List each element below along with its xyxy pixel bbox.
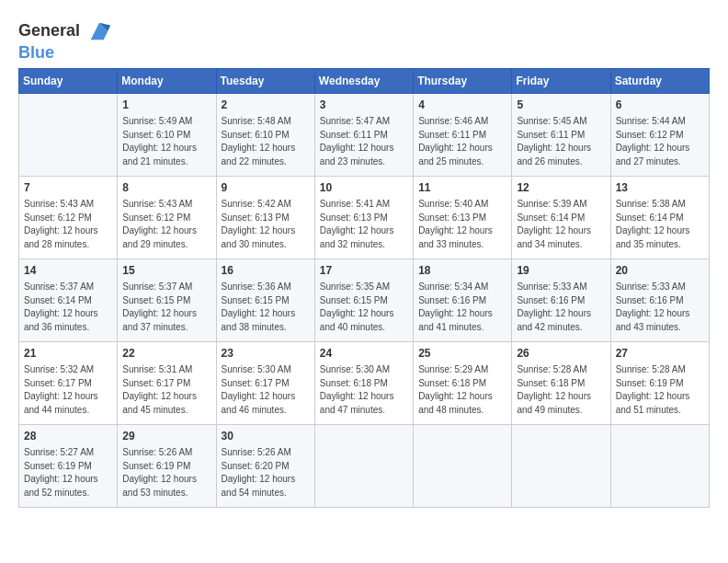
page-header: General Blue <box>18 18 710 63</box>
day-number: 6 <box>616 98 704 113</box>
calendar-cell: 20Sunrise: 5:33 AM Sunset: 6:16 PM Dayli… <box>610 259 709 341</box>
day-info: Sunrise: 5:28 AM Sunset: 6:19 PM Dayligh… <box>616 363 704 417</box>
calendar-cell: 26Sunrise: 5:28 AM Sunset: 6:18 PM Dayli… <box>512 341 610 424</box>
calendar-week-row: 1Sunrise: 5:49 AM Sunset: 6:10 PM Daylig… <box>19 93 710 176</box>
calendar-week-row: 21Sunrise: 5:32 AM Sunset: 6:17 PM Dayli… <box>19 341 710 424</box>
calendar-cell: 6Sunrise: 5:44 AM Sunset: 6:12 PM Daylig… <box>610 93 709 176</box>
day-info: Sunrise: 5:37 AM Sunset: 6:15 PM Dayligh… <box>122 281 210 334</box>
calendar-cell: 4Sunrise: 5:46 AM Sunset: 6:11 PM Daylig… <box>414 93 512 176</box>
day-number: 4 <box>418 98 506 113</box>
calendar-cell: 14Sunrise: 5:37 AM Sunset: 6:14 PM Dayli… <box>19 259 118 341</box>
day-info: Sunrise: 5:36 AM Sunset: 6:15 PM Dayligh… <box>222 281 310 334</box>
day-info: Sunrise: 5:38 AM Sunset: 6:14 PM Dayligh… <box>616 198 704 251</box>
day-number: 1 <box>122 98 210 113</box>
day-info: Sunrise: 5:48 AM Sunset: 6:10 PM Dayligh… <box>222 115 310 168</box>
day-number: 18 <box>418 263 506 279</box>
day-info: Sunrise: 5:28 AM Sunset: 6:18 PM Dayligh… <box>517 363 605 417</box>
calendar-cell: 23Sunrise: 5:30 AM Sunset: 6:17 PM Dayli… <box>216 341 314 424</box>
day-number: 5 <box>517 98 605 113</box>
day-number: 29 <box>122 429 210 444</box>
weekday-header-thursday: Thursday <box>414 68 512 93</box>
day-number: 3 <box>320 98 408 113</box>
day-number: 26 <box>517 346 605 362</box>
day-number: 13 <box>616 180 704 196</box>
day-info: Sunrise: 5:45 AM Sunset: 6:11 PM Dayligh… <box>517 115 605 168</box>
logo-line1: General <box>18 21 80 40</box>
day-info: Sunrise: 5:39 AM Sunset: 6:14 PM Dayligh… <box>517 198 605 251</box>
calendar-cell <box>512 424 610 507</box>
day-number: 28 <box>24 429 112 444</box>
day-info: Sunrise: 5:32 AM Sunset: 6:17 PM Dayligh… <box>24 363 112 417</box>
calendar-cell: 29Sunrise: 5:26 AM Sunset: 6:19 PM Dayli… <box>118 424 216 507</box>
weekday-header-monday: Monday <box>118 68 216 93</box>
calendar-cell: 1Sunrise: 5:49 AM Sunset: 6:10 PM Daylig… <box>118 93 216 176</box>
day-number: 23 <box>222 346 310 362</box>
day-info: Sunrise: 5:30 AM Sunset: 6:17 PM Dayligh… <box>222 363 310 417</box>
day-info: Sunrise: 5:27 AM Sunset: 6:19 PM Dayligh… <box>24 446 112 500</box>
calendar-cell: 24Sunrise: 5:30 AM Sunset: 6:18 PM Dayli… <box>314 341 413 424</box>
day-number: 15 <box>122 263 210 279</box>
calendar-cell: 18Sunrise: 5:34 AM Sunset: 6:16 PM Dayli… <box>414 259 512 341</box>
day-info: Sunrise: 5:34 AM Sunset: 6:16 PM Dayligh… <box>418 281 506 334</box>
calendar-cell: 7Sunrise: 5:43 AM Sunset: 6:12 PM Daylig… <box>19 176 118 259</box>
day-number: 30 <box>222 429 310 444</box>
calendar-cell: 9Sunrise: 5:42 AM Sunset: 6:13 PM Daylig… <box>216 176 314 259</box>
day-number: 22 <box>122 346 210 362</box>
calendar-week-row: 7Sunrise: 5:43 AM Sunset: 6:12 PM Daylig… <box>19 176 710 259</box>
day-info: Sunrise: 5:43 AM Sunset: 6:12 PM Dayligh… <box>122 198 210 251</box>
calendar-cell: 28Sunrise: 5:27 AM Sunset: 6:19 PM Dayli… <box>19 424 118 507</box>
day-number: 17 <box>320 263 408 279</box>
day-number: 14 <box>24 263 112 279</box>
day-info: Sunrise: 5:40 AM Sunset: 6:13 PM Dayligh… <box>418 198 506 251</box>
calendar-week-row: 28Sunrise: 5:27 AM Sunset: 6:19 PM Dayli… <box>19 424 710 507</box>
day-info: Sunrise: 5:49 AM Sunset: 6:10 PM Dayligh… <box>122 115 210 168</box>
calendar-cell: 22Sunrise: 5:31 AM Sunset: 6:17 PM Dayli… <box>118 341 216 424</box>
weekday-header-sunday: Sunday <box>19 68 118 93</box>
weekday-header-wednesday: Wednesday <box>314 68 413 93</box>
day-info: Sunrise: 5:47 AM Sunset: 6:11 PM Dayligh… <box>320 115 408 168</box>
weekday-header-row: SundayMondayTuesdayWednesdayThursdayFrid… <box>19 68 710 93</box>
day-number: 27 <box>616 346 704 362</box>
day-info: Sunrise: 5:42 AM Sunset: 6:13 PM Dayligh… <box>222 198 310 251</box>
calendar-cell: 15Sunrise: 5:37 AM Sunset: 6:15 PM Dayli… <box>118 259 216 341</box>
calendar-cell <box>19 93 118 176</box>
day-number: 16 <box>222 263 310 279</box>
day-info: Sunrise: 5:44 AM Sunset: 6:12 PM Dayligh… <box>616 115 704 168</box>
day-info: Sunrise: 5:26 AM Sunset: 6:20 PM Dayligh… <box>222 446 310 500</box>
calendar-cell: 10Sunrise: 5:41 AM Sunset: 6:13 PM Dayli… <box>314 176 413 259</box>
calendar-cell: 2Sunrise: 5:48 AM Sunset: 6:10 PM Daylig… <box>216 93 314 176</box>
calendar-cell: 16Sunrise: 5:36 AM Sunset: 6:15 PM Dayli… <box>216 259 314 341</box>
day-info: Sunrise: 5:37 AM Sunset: 6:14 PM Dayligh… <box>24 281 112 334</box>
calendar-cell: 25Sunrise: 5:29 AM Sunset: 6:18 PM Dayli… <box>414 341 512 424</box>
day-number: 9 <box>222 180 310 196</box>
day-info: Sunrise: 5:41 AM Sunset: 6:13 PM Dayligh… <box>320 198 408 251</box>
day-info: Sunrise: 5:29 AM Sunset: 6:18 PM Dayligh… <box>418 363 506 417</box>
calendar-cell: 19Sunrise: 5:33 AM Sunset: 6:16 PM Dayli… <box>512 259 610 341</box>
day-info: Sunrise: 5:30 AM Sunset: 6:18 PM Dayligh… <box>320 363 408 417</box>
day-number: 12 <box>517 180 605 196</box>
day-number: 24 <box>320 346 408 362</box>
logo-line2: Blue <box>18 44 112 63</box>
calendar-cell: 11Sunrise: 5:40 AM Sunset: 6:13 PM Dayli… <box>414 176 512 259</box>
calendar-week-row: 14Sunrise: 5:37 AM Sunset: 6:14 PM Dayli… <box>19 259 710 341</box>
calendar-cell: 13Sunrise: 5:38 AM Sunset: 6:14 PM Dayli… <box>610 176 709 259</box>
day-number: 7 <box>24 180 112 196</box>
calendar-cell: 21Sunrise: 5:32 AM Sunset: 6:17 PM Dayli… <box>19 341 118 424</box>
day-number: 10 <box>320 180 408 196</box>
day-number: 8 <box>122 180 210 196</box>
weekday-header-saturday: Saturday <box>610 68 709 93</box>
calendar-cell <box>610 424 709 507</box>
day-info: Sunrise: 5:31 AM Sunset: 6:17 PM Dayligh… <box>122 363 210 417</box>
calendar-cell: 30Sunrise: 5:26 AM Sunset: 6:20 PM Dayli… <box>216 424 314 507</box>
logo: General Blue <box>18 18 112 63</box>
calendar-cell: 5Sunrise: 5:45 AM Sunset: 6:11 PM Daylig… <box>512 93 610 176</box>
day-info: Sunrise: 5:46 AM Sunset: 6:11 PM Dayligh… <box>418 115 506 168</box>
calendar-cell <box>414 424 512 507</box>
calendar-cell: 17Sunrise: 5:35 AM Sunset: 6:15 PM Dayli… <box>314 259 413 341</box>
day-info: Sunrise: 5:33 AM Sunset: 6:16 PM Dayligh… <box>517 281 605 334</box>
day-info: Sunrise: 5:33 AM Sunset: 6:16 PM Dayligh… <box>616 281 704 334</box>
calendar-cell <box>314 424 413 507</box>
weekday-header-tuesday: Tuesday <box>216 68 314 93</box>
calendar-cell: 8Sunrise: 5:43 AM Sunset: 6:12 PM Daylig… <box>118 176 216 259</box>
calendar-table: SundayMondayTuesdayWednesdayThursdayFrid… <box>18 68 710 508</box>
